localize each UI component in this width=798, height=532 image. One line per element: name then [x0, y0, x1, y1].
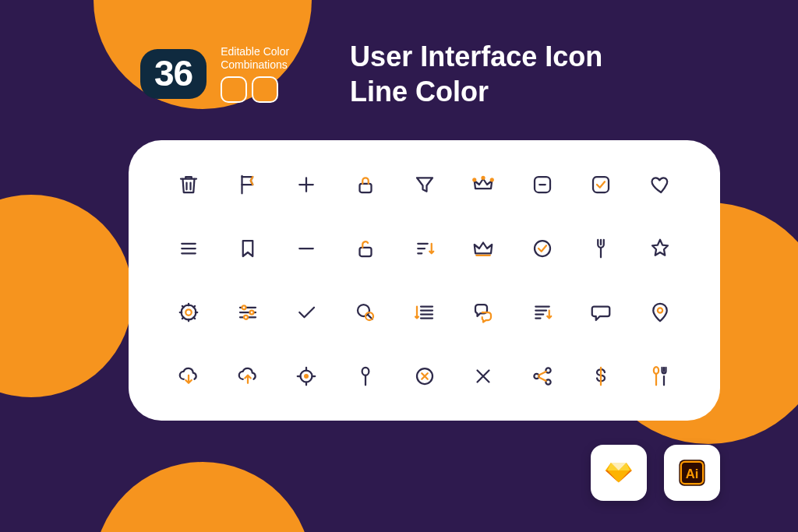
- funnel-icon: [411, 171, 438, 198]
- svg-point-15: [658, 308, 662, 312]
- sliders-icon: [235, 299, 261, 326]
- crown-dots-icon: [470, 171, 496, 198]
- chat-bubbles-icon: [470, 299, 496, 326]
- combos-label: Editable Color Combinations: [221, 45, 289, 72]
- svg-point-23: [654, 367, 659, 374]
- sketch-app-icon: [591, 445, 647, 501]
- swatch-outline: [221, 76, 247, 103]
- dollar-icon: [588, 363, 614, 389]
- combos-line1: Editable Color: [221, 45, 289, 58]
- list-sort-icon: [529, 299, 556, 326]
- check-circle-icon: [529, 235, 556, 262]
- svg-point-8: [185, 309, 192, 315]
- icon-row-4: [175, 363, 673, 389]
- x-circle-icon: [411, 363, 438, 389]
- count-badge: 36: [140, 49, 207, 99]
- spoon-fork-icon: [647, 363, 673, 389]
- cloud-download-icon: [175, 363, 202, 389]
- icon-row-1: [175, 171, 673, 198]
- minus-icon: [293, 235, 320, 262]
- lock-open-icon: [352, 235, 379, 262]
- svg-point-18: [362, 368, 369, 375]
- svg-rect-0: [359, 184, 371, 192]
- fork-icon: [588, 235, 614, 262]
- cloud-upload-icon: [235, 363, 261, 389]
- chat-search-icon: [352, 299, 379, 326]
- trash-icon: [175, 171, 202, 198]
- map-pin-icon: [647, 299, 673, 326]
- icon-row-2: [175, 235, 673, 262]
- bookmark-icon: [235, 235, 261, 262]
- svg-rect-6: [359, 248, 371, 256]
- svg-point-3: [491, 178, 493, 181]
- swatch-orange: [252, 76, 278, 103]
- speech-bubble-icon: [588, 299, 614, 326]
- sort-desc-icon: [411, 235, 438, 262]
- bg-circle-bottom: [94, 462, 312, 532]
- share-nodes-icon: [529, 363, 556, 389]
- app-badges: Ai: [591, 445, 720, 501]
- svg-point-9: [182, 305, 196, 320]
- star-icon: [647, 235, 673, 262]
- title-line2: Line Color: [350, 76, 489, 107]
- gear-icon: [175, 299, 202, 326]
- spoon-icon: [352, 363, 379, 389]
- combos-line2: Combinations: [221, 58, 288, 71]
- heart-icon: [647, 171, 673, 198]
- x-icon: [470, 363, 496, 389]
- color-combos: Editable Color Combinations: [221, 45, 289, 103]
- list-lines-icon: [411, 299, 438, 326]
- checkbox-minus-icon: [529, 171, 556, 198]
- check-icon: [293, 299, 320, 326]
- header: 36 Editable Color Combinations User Inte…: [140, 39, 720, 109]
- icon-card: [129, 140, 720, 421]
- title-line1: User Interface Icon: [350, 41, 602, 72]
- lock-closed-icon: [352, 171, 379, 198]
- svg-point-17: [305, 375, 308, 378]
- plus-icon: [293, 171, 320, 198]
- illustrator-app-icon: Ai: [664, 445, 720, 501]
- svg-point-2: [482, 177, 485, 179]
- bg-circle-left: [0, 195, 132, 397]
- svg-text:Ai: Ai: [686, 467, 699, 481]
- checkbox-check-icon: [588, 171, 614, 198]
- page-title: User Interface Icon Line Color: [350, 39, 602, 109]
- icon-row-3: [175, 299, 673, 326]
- target-icon: [293, 363, 320, 389]
- swatches: [221, 76, 289, 103]
- crown-outline-icon: [470, 235, 496, 262]
- svg-point-7: [535, 241, 550, 256]
- svg-point-11: [249, 311, 253, 315]
- svg-rect-5: [593, 177, 609, 192]
- svg-point-1: [473, 178, 475, 181]
- flag-icon: [235, 171, 261, 198]
- svg-point-10: [242, 305, 245, 309]
- menu-lines-icon: [175, 235, 202, 262]
- svg-point-12: [244, 315, 248, 319]
